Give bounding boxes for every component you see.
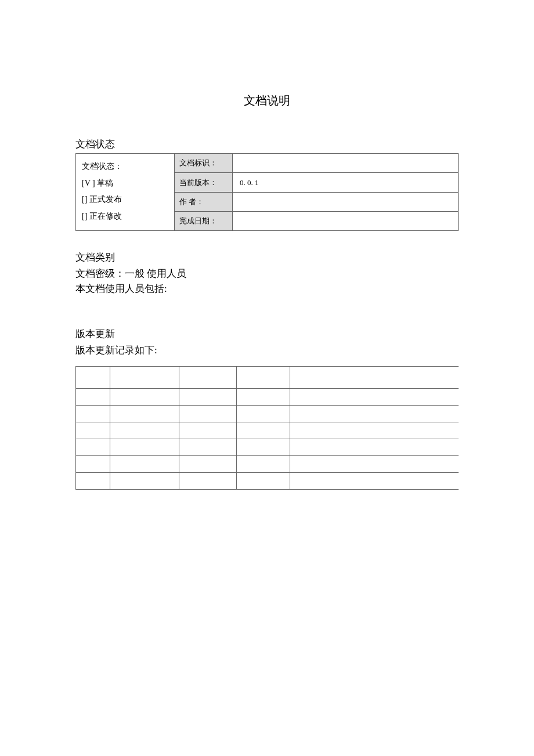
table-row <box>76 405 459 422</box>
table-cell <box>110 422 179 439</box>
status-table: 文档状态： [V ] 草稿 [] 正式发布 [] 正在修改 文档标识： 当前版本… <box>75 153 459 231</box>
author-label: 作 者： <box>175 192 233 211</box>
table-cell <box>290 366 459 388</box>
table-cell <box>290 439 459 455</box>
table-cell <box>236 439 290 455</box>
table-cell <box>110 388 179 405</box>
table-cell <box>76 455 110 472</box>
table-cell <box>110 455 179 472</box>
status-options-cell: 文档状态： [V ] 草稿 [] 正式发布 [] 正在修改 <box>76 154 175 231</box>
table-cell <box>110 366 179 388</box>
complete-date-label: 完成日期： <box>175 212 233 231</box>
doc-id-label: 文档标识： <box>175 154 233 173</box>
category-line-2: 本文档使用人员包括: <box>75 281 459 296</box>
table-cell <box>76 388 110 405</box>
table-cell <box>76 472 110 489</box>
status-option-draft: [V ] 草稿 <box>82 175 168 192</box>
table-cell <box>290 388 459 405</box>
table-cell <box>110 405 179 422</box>
version-update-heading: 版本更新 <box>75 327 459 341</box>
table-cell <box>290 422 459 439</box>
table-cell <box>179 455 237 472</box>
table-cell <box>179 388 237 405</box>
table-row <box>76 439 459 455</box>
status-label: 文档状态： <box>82 158 168 175</box>
table-cell <box>76 439 110 455</box>
table-cell <box>236 388 290 405</box>
table-cell <box>236 366 290 388</box>
status-option-release: [] 正式发布 <box>82 191 168 208</box>
category-line-1: 文档密级：一般 使用人员 <box>75 266 459 281</box>
table-cell <box>76 405 110 422</box>
table-row <box>76 455 459 472</box>
table-cell <box>76 422 110 439</box>
table-cell <box>110 472 179 489</box>
version-table <box>75 366 459 490</box>
table-cell <box>290 455 459 472</box>
table-cell <box>179 472 237 489</box>
doc-id-value <box>233 154 459 173</box>
table-cell <box>290 472 459 489</box>
version-label: 当前版本： <box>175 173 233 192</box>
table-cell <box>179 405 237 422</box>
table-cell <box>110 439 179 455</box>
table-cell <box>76 366 110 388</box>
table-cell <box>179 422 237 439</box>
version-update-line: 版本更新记录如下: <box>75 343 459 358</box>
table-row <box>76 422 459 439</box>
table-cell <box>290 405 459 422</box>
table-cell <box>236 472 290 489</box>
table-cell <box>236 455 290 472</box>
complete-date-value <box>233 212 459 231</box>
table-row <box>76 388 459 405</box>
version-value: 0. 0. 1 <box>233 173 459 192</box>
table-cell <box>236 422 290 439</box>
table-row <box>76 472 459 489</box>
status-heading: 文档状态 <box>75 138 459 151</box>
page-title: 文档说明 <box>75 93 459 108</box>
category-heading: 文档类别 <box>75 251 459 264</box>
author-value <box>233 192 459 211</box>
table-cell <box>179 439 237 455</box>
table-row <box>76 366 459 388</box>
table-cell <box>236 405 290 422</box>
table-cell <box>179 366 237 388</box>
status-option-editing: [] 正在修改 <box>82 208 168 225</box>
